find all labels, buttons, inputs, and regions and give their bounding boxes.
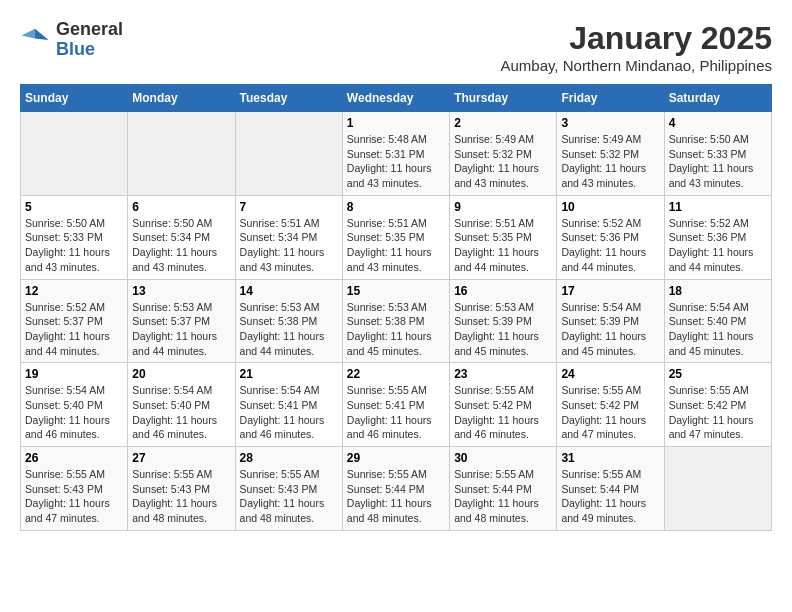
day-number: 26 — [25, 451, 123, 465]
day-info: Sunrise: 5:55 AM Sunset: 5:44 PM Dayligh… — [561, 467, 659, 526]
calendar-title: January 2025 — [500, 20, 772, 57]
day-number: 12 — [25, 284, 123, 298]
day-number: 24 — [561, 367, 659, 381]
day-number: 13 — [132, 284, 230, 298]
logo: General Blue — [20, 20, 123, 60]
calendar-cell: 24Sunrise: 5:55 AM Sunset: 5:42 PM Dayli… — [557, 363, 664, 447]
calendar-cell: 19Sunrise: 5:54 AM Sunset: 5:40 PM Dayli… — [21, 363, 128, 447]
calendar-cell: 6Sunrise: 5:50 AM Sunset: 5:34 PM Daylig… — [128, 195, 235, 279]
day-info: Sunrise: 5:50 AM Sunset: 5:33 PM Dayligh… — [669, 132, 767, 191]
calendar-cell: 25Sunrise: 5:55 AM Sunset: 5:42 PM Dayli… — [664, 363, 771, 447]
calendar-cell: 11Sunrise: 5:52 AM Sunset: 5:36 PM Dayli… — [664, 195, 771, 279]
day-number: 5 — [25, 200, 123, 214]
day-info: Sunrise: 5:53 AM Sunset: 5:38 PM Dayligh… — [240, 300, 338, 359]
calendar-cell: 1Sunrise: 5:48 AM Sunset: 5:31 PM Daylig… — [342, 112, 449, 196]
day-info: Sunrise: 5:55 AM Sunset: 5:42 PM Dayligh… — [669, 383, 767, 442]
calendar-cell: 22Sunrise: 5:55 AM Sunset: 5:41 PM Dayli… — [342, 363, 449, 447]
day-number: 15 — [347, 284, 445, 298]
day-info: Sunrise: 5:55 AM Sunset: 5:43 PM Dayligh… — [240, 467, 338, 526]
day-number: 6 — [132, 200, 230, 214]
calendar-week-row: 19Sunrise: 5:54 AM Sunset: 5:40 PM Dayli… — [21, 363, 772, 447]
day-number: 10 — [561, 200, 659, 214]
day-info: Sunrise: 5:50 AM Sunset: 5:34 PM Dayligh… — [132, 216, 230, 275]
day-number: 17 — [561, 284, 659, 298]
day-number: 3 — [561, 116, 659, 130]
day-info: Sunrise: 5:51 AM Sunset: 5:35 PM Dayligh… — [347, 216, 445, 275]
calendar-cell: 12Sunrise: 5:52 AM Sunset: 5:37 PM Dayli… — [21, 279, 128, 363]
calendar-cell: 8Sunrise: 5:51 AM Sunset: 5:35 PM Daylig… — [342, 195, 449, 279]
calendar-week-row: 26Sunrise: 5:55 AM Sunset: 5:43 PM Dayli… — [21, 447, 772, 531]
calendar-cell: 10Sunrise: 5:52 AM Sunset: 5:36 PM Dayli… — [557, 195, 664, 279]
day-header-monday: Monday — [128, 85, 235, 112]
day-info: Sunrise: 5:51 AM Sunset: 5:35 PM Dayligh… — [454, 216, 552, 275]
calendar-header-row: SundayMondayTuesdayWednesdayThursdayFrid… — [21, 85, 772, 112]
day-info: Sunrise: 5:55 AM Sunset: 5:43 PM Dayligh… — [25, 467, 123, 526]
day-number: 30 — [454, 451, 552, 465]
calendar-cell: 4Sunrise: 5:50 AM Sunset: 5:33 PM Daylig… — [664, 112, 771, 196]
day-header-friday: Friday — [557, 85, 664, 112]
day-header-thursday: Thursday — [450, 85, 557, 112]
day-info: Sunrise: 5:52 AM Sunset: 5:36 PM Dayligh… — [669, 216, 767, 275]
calendar-cell: 15Sunrise: 5:53 AM Sunset: 5:38 PM Dayli… — [342, 279, 449, 363]
day-number: 7 — [240, 200, 338, 214]
day-info: Sunrise: 5:51 AM Sunset: 5:34 PM Dayligh… — [240, 216, 338, 275]
calendar-cell: 28Sunrise: 5:55 AM Sunset: 5:43 PM Dayli… — [235, 447, 342, 531]
calendar-cell — [664, 447, 771, 531]
calendar-table: SundayMondayTuesdayWednesdayThursdayFrid… — [20, 84, 772, 531]
calendar-week-row: 12Sunrise: 5:52 AM Sunset: 5:37 PM Dayli… — [21, 279, 772, 363]
day-info: Sunrise: 5:54 AM Sunset: 5:40 PM Dayligh… — [132, 383, 230, 442]
day-info: Sunrise: 5:54 AM Sunset: 5:39 PM Dayligh… — [561, 300, 659, 359]
day-number: 23 — [454, 367, 552, 381]
day-number: 14 — [240, 284, 338, 298]
calendar-week-row: 5Sunrise: 5:50 AM Sunset: 5:33 PM Daylig… — [21, 195, 772, 279]
logo-icon — [20, 25, 50, 55]
day-number: 31 — [561, 451, 659, 465]
calendar-cell: 2Sunrise: 5:49 AM Sunset: 5:32 PM Daylig… — [450, 112, 557, 196]
day-number: 16 — [454, 284, 552, 298]
day-number: 4 — [669, 116, 767, 130]
calendar-cell — [21, 112, 128, 196]
day-number: 21 — [240, 367, 338, 381]
logo-text: General Blue — [56, 20, 123, 60]
day-number: 1 — [347, 116, 445, 130]
calendar-cell: 20Sunrise: 5:54 AM Sunset: 5:40 PM Dayli… — [128, 363, 235, 447]
calendar-cell: 18Sunrise: 5:54 AM Sunset: 5:40 PM Dayli… — [664, 279, 771, 363]
calendar-cell: 21Sunrise: 5:54 AM Sunset: 5:41 PM Dayli… — [235, 363, 342, 447]
day-number: 2 — [454, 116, 552, 130]
day-info: Sunrise: 5:52 AM Sunset: 5:36 PM Dayligh… — [561, 216, 659, 275]
day-info: Sunrise: 5:55 AM Sunset: 5:42 PM Dayligh… — [454, 383, 552, 442]
day-info: Sunrise: 5:55 AM Sunset: 5:44 PM Dayligh… — [454, 467, 552, 526]
calendar-cell: 29Sunrise: 5:55 AM Sunset: 5:44 PM Dayli… — [342, 447, 449, 531]
day-number: 25 — [669, 367, 767, 381]
day-number: 20 — [132, 367, 230, 381]
day-info: Sunrise: 5:49 AM Sunset: 5:32 PM Dayligh… — [454, 132, 552, 191]
day-info: Sunrise: 5:53 AM Sunset: 5:39 PM Dayligh… — [454, 300, 552, 359]
calendar-cell: 26Sunrise: 5:55 AM Sunset: 5:43 PM Dayli… — [21, 447, 128, 531]
day-number: 19 — [25, 367, 123, 381]
calendar-cell: 17Sunrise: 5:54 AM Sunset: 5:39 PM Dayli… — [557, 279, 664, 363]
svg-marker-0 — [35, 29, 49, 40]
calendar-week-row: 1Sunrise: 5:48 AM Sunset: 5:31 PM Daylig… — [21, 112, 772, 196]
calendar-cell: 31Sunrise: 5:55 AM Sunset: 5:44 PM Dayli… — [557, 447, 664, 531]
day-info: Sunrise: 5:52 AM Sunset: 5:37 PM Dayligh… — [25, 300, 123, 359]
day-info: Sunrise: 5:48 AM Sunset: 5:31 PM Dayligh… — [347, 132, 445, 191]
calendar-cell: 13Sunrise: 5:53 AM Sunset: 5:37 PM Dayli… — [128, 279, 235, 363]
calendar-subtitle: Aumbay, Northern Mindanao, Philippines — [500, 57, 772, 74]
day-info: Sunrise: 5:53 AM Sunset: 5:38 PM Dayligh… — [347, 300, 445, 359]
day-header-saturday: Saturday — [664, 85, 771, 112]
page-header: General Blue January 2025 Aumbay, Northe… — [20, 20, 772, 74]
day-info: Sunrise: 5:55 AM Sunset: 5:43 PM Dayligh… — [132, 467, 230, 526]
day-header-wednesday: Wednesday — [342, 85, 449, 112]
calendar-cell: 5Sunrise: 5:50 AM Sunset: 5:33 PM Daylig… — [21, 195, 128, 279]
calendar-cell: 30Sunrise: 5:55 AM Sunset: 5:44 PM Dayli… — [450, 447, 557, 531]
day-info: Sunrise: 5:54 AM Sunset: 5:41 PM Dayligh… — [240, 383, 338, 442]
day-number: 11 — [669, 200, 767, 214]
day-number: 8 — [347, 200, 445, 214]
calendar-cell: 23Sunrise: 5:55 AM Sunset: 5:42 PM Dayli… — [450, 363, 557, 447]
day-info: Sunrise: 5:54 AM Sunset: 5:40 PM Dayligh… — [25, 383, 123, 442]
day-number: 27 — [132, 451, 230, 465]
day-header-sunday: Sunday — [21, 85, 128, 112]
day-number: 9 — [454, 200, 552, 214]
day-header-tuesday: Tuesday — [235, 85, 342, 112]
title-section: January 2025 Aumbay, Northern Mindanao, … — [500, 20, 772, 74]
